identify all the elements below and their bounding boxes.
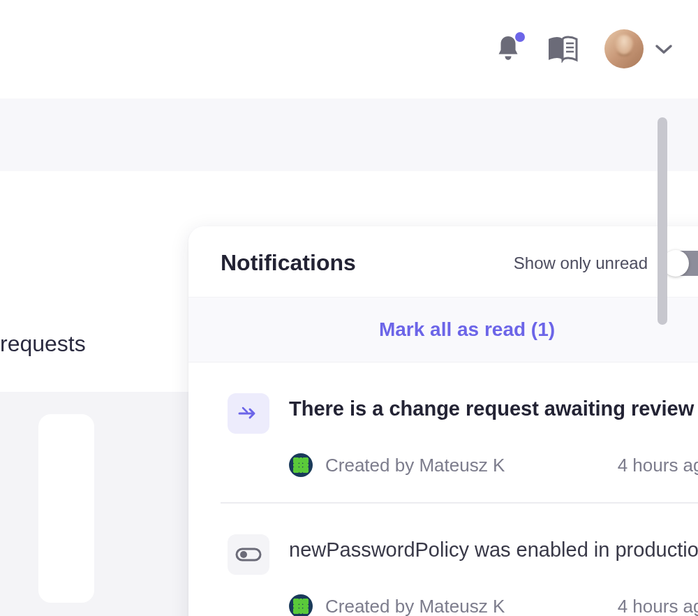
- notification-title: newPasswordPolicy was enabled in product…: [289, 534, 698, 564]
- mark-all-read-label: Mark all as read (1): [379, 318, 555, 340]
- panel-header: Notifications Show only unread: [188, 226, 698, 297]
- toggle-icon: [228, 534, 269, 575]
- panel-scrollbar[interactable]: [658, 117, 667, 325]
- notifications-bell[interactable]: [496, 34, 521, 64]
- creator-avatar: [289, 594, 313, 616]
- notification-list: There is a change request awaiting revie…: [188, 362, 698, 616]
- chevron-down-icon: [655, 43, 673, 54]
- notification-badge-dot: [515, 32, 525, 42]
- user-avatar: [604, 29, 644, 68]
- unread-filter-group: Show only unread: [514, 251, 698, 276]
- background-partial-text-left: requests: [0, 331, 86, 357]
- top-header: [0, 0, 698, 98]
- notification-item[interactable]: There is a change request awaiting revie…: [221, 362, 698, 504]
- mark-all-read-button[interactable]: Mark all as read (1): [188, 297, 698, 362]
- show-unread-label: Show only unread: [514, 254, 648, 273]
- notification-title: There is a change request awaiting revie…: [289, 393, 694, 423]
- change-request-icon: [228, 393, 269, 434]
- notification-item[interactable]: newPasswordPolicy was enabled in product…: [221, 504, 698, 616]
- time-ago-label: 4 hours ago: [618, 596, 698, 617]
- time-ago-label: 4 hours ago: [618, 455, 698, 476]
- created-by-label: Created by Mateusz K: [325, 596, 505, 617]
- created-by-label: Created by Mateusz K: [325, 455, 505, 476]
- user-menu[interactable]: [604, 29, 673, 68]
- notifications-panel: Notifications Show only unread Mark all …: [188, 226, 698, 616]
- panel-title: Notifications: [221, 250, 356, 276]
- show-unread-toggle[interactable]: [663, 251, 698, 276]
- docs-icon[interactable]: [546, 35, 579, 63]
- creator-avatar: [289, 453, 313, 477]
- svg-point-4: [240, 551, 247, 558]
- background-card: [38, 414, 94, 603]
